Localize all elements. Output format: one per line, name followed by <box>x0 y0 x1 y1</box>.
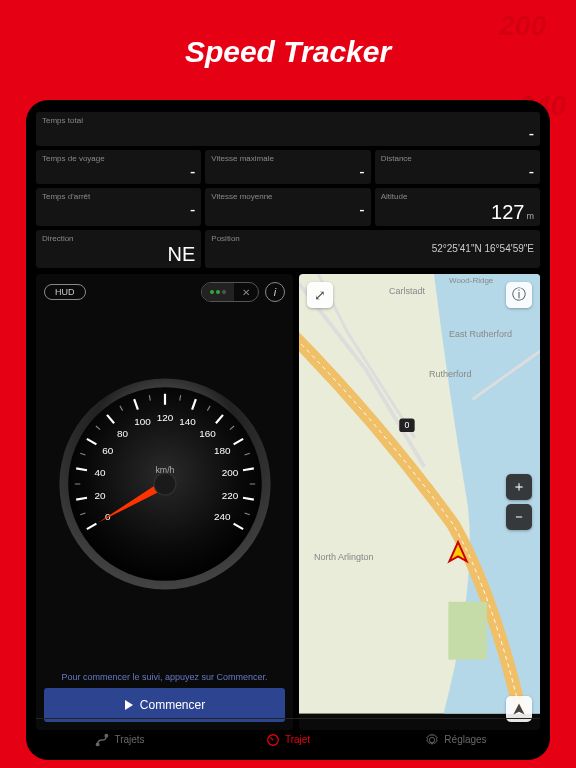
svg-marker-48 <box>513 703 524 714</box>
stat-travel-time: Temps de voyage - <box>36 150 201 184</box>
svg-text:220: 220 <box>221 490 238 501</box>
svg-point-49 <box>97 743 100 746</box>
gps-signal-toggle[interactable]: ✕ <box>201 282 259 302</box>
stat-avg-speed: Vitesse moyenne - <box>205 188 370 226</box>
map-label: North Arlington <box>314 552 374 562</box>
fullscreen-button[interactable]: ⤢ <box>307 282 333 308</box>
map-label: Wood-Ridge <box>449 276 493 285</box>
svg-text:60: 60 <box>102 445 114 456</box>
tab-trip[interactable]: Trajet <box>204 719 372 760</box>
stat-max-speed: Vitesse maximale - <box>205 150 370 184</box>
map-panel[interactable]: 0 Carlstadt East Rutherford Rutherford N… <box>299 274 540 730</box>
stat-total-time: Temps total - <box>36 112 540 146</box>
zoom-out-button[interactable]: － <box>506 504 532 530</box>
start-hint: Pour commencer le suivi, appuyez sur Com… <box>44 666 285 688</box>
tab-settings[interactable]: Réglages <box>372 719 540 760</box>
svg-text:0: 0 <box>405 420 410 430</box>
svg-rect-45 <box>448 602 487 660</box>
svg-text:20: 20 <box>94 490 106 501</box>
tab-bar: Trajets Trajet Réglages <box>36 718 540 760</box>
svg-point-50 <box>105 734 108 737</box>
svg-point-42 <box>154 473 176 495</box>
svg-point-51 <box>268 734 279 745</box>
svg-text:80: 80 <box>117 428 129 439</box>
route-icon <box>95 733 109 747</box>
play-icon <box>124 700 134 710</box>
map-label: East Rutherford <box>449 329 512 339</box>
start-button[interactable]: Commencer <box>44 688 285 722</box>
svg-text:160: 160 <box>199 428 216 439</box>
svg-text:180: 180 <box>213 445 230 456</box>
location-arrow-icon <box>512 702 526 716</box>
svg-text:140: 140 <box>179 416 196 427</box>
device-frame: Temps total - Temps de voyage - Vitesse … <box>26 100 550 760</box>
stat-altitude: Altitude 127m <box>375 188 540 226</box>
gauge-icon <box>266 733 280 747</box>
stat-position: Position 52°25'41"N 16°54'59"E <box>205 230 540 268</box>
stat-direction: Direction NE <box>36 230 201 268</box>
hud-button[interactable]: HUD <box>44 284 86 300</box>
speedometer-panel: HUD ✕ i <box>36 274 293 730</box>
stat-stop-time: Temps d'arrêt - <box>36 188 201 226</box>
page-title: Speed Tracker <box>0 0 576 89</box>
svg-text:120: 120 <box>156 412 173 423</box>
info-button[interactable]: i <box>265 282 285 302</box>
svg-text:100: 100 <box>134 416 151 427</box>
speedometer-gauge: 020406080100120140160180200220240 km/h <box>44 302 285 666</box>
svg-marker-43 <box>125 700 133 710</box>
map-label: Rutherford <box>429 369 472 379</box>
svg-text:200: 200 <box>221 467 238 478</box>
gear-icon <box>425 733 439 747</box>
svg-text:40: 40 <box>94 467 106 478</box>
tab-trips[interactable]: Trajets <box>36 719 204 760</box>
svg-text:240: 240 <box>213 511 230 522</box>
map-info-button[interactable]: ⓘ <box>506 282 532 308</box>
zoom-in-button[interactable]: ＋ <box>506 474 532 500</box>
map-label: Carlstadt <box>389 286 425 296</box>
stat-distance: Distance - <box>375 150 540 184</box>
